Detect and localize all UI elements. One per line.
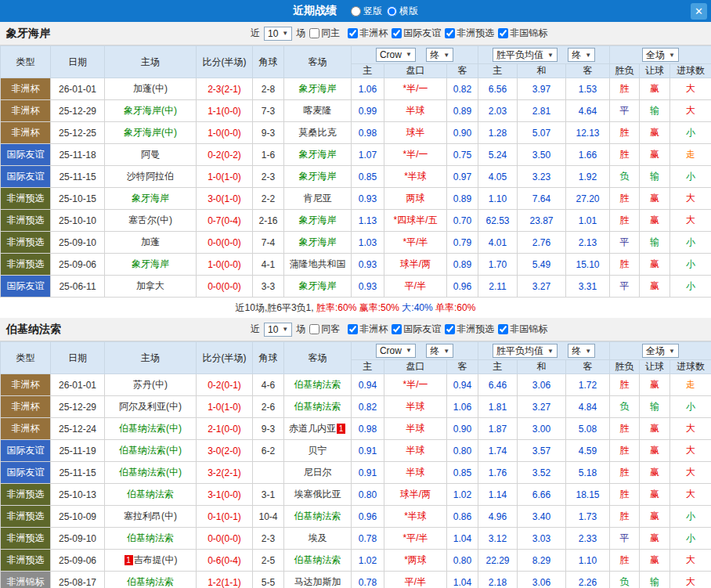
avg-odds-select[interactable]: 胜平负均值▼: [493, 48, 558, 62]
match-score[interactable]: 3-1(0-0): [197, 484, 253, 506]
competition-filter-checkbox[interactable]: 国际友谊: [392, 323, 441, 336]
competition-filter-checkbox[interactable]: 国际友谊: [392, 27, 441, 40]
away-team[interactable]: 象牙海岸: [284, 144, 352, 166]
layout-vertical-option[interactable]: 竖版: [351, 5, 382, 18]
home-team[interactable]: 伯基纳法索(中): [105, 418, 197, 440]
match-score[interactable]: 0-6(0-4): [197, 550, 253, 572]
away-team[interactable]: 象牙海岸: [284, 166, 352, 188]
home-team[interactable]: 象牙海岸(中): [105, 122, 197, 144]
match-score[interactable]: 2-3(2-1): [197, 78, 253, 100]
away-team[interactable]: 象牙海岸: [284, 276, 352, 298]
away-team[interactable]: 埃及: [284, 528, 352, 550]
layout-vertical-radio[interactable]: [351, 6, 361, 16]
match-score[interactable]: 0-0(0-0): [197, 528, 253, 550]
layout-horizontal-option[interactable]: 横版: [387, 5, 418, 18]
home-team[interactable]: 加拿大: [105, 276, 197, 298]
result-goals: 大: [670, 210, 711, 232]
home-team[interactable]: 塞拉利昂(中): [105, 506, 197, 528]
away-team[interactable]: 伯基纳法索: [284, 374, 352, 396]
checkbox[interactable]: [498, 28, 508, 38]
final-avg-select[interactable]: 终▼: [568, 48, 595, 62]
competition-filter-checkbox[interactable]: 非洲杯: [348, 323, 388, 336]
away-team[interactable]: 象牙海岸: [284, 232, 352, 254]
checkbox[interactable]: [309, 28, 319, 38]
match-score[interactable]: 3-0(1-0): [197, 188, 253, 210]
checkbox[interactable]: [498, 324, 508, 334]
match-score[interactable]: 1-0(1-0): [197, 396, 253, 418]
match-score[interactable]: 1-2(1-1): [197, 572, 253, 588]
home-team[interactable]: 苏丹(中): [105, 374, 197, 396]
away-team[interactable]: 莫桑比克: [284, 122, 352, 144]
same-venue-checkbox[interactable]: 同客: [309, 323, 340, 336]
checkbox[interactable]: [392, 324, 402, 334]
avg-win: 6.56: [478, 78, 518, 100]
checkbox[interactable]: [392, 28, 402, 38]
home-team[interactable]: 加蓬: [105, 232, 197, 254]
match-score[interactable]: 3-0(2-0): [197, 440, 253, 462]
home-team[interactable]: 阿曼: [105, 144, 197, 166]
bookmaker-select[interactable]: Crow▼: [376, 48, 416, 62]
away-team[interactable]: 肯尼亚: [284, 188, 352, 210]
recent-count-select[interactable]: 10 ▼: [264, 323, 292, 337]
final-avg-select[interactable]: 终▼: [568, 344, 595, 358]
match-score[interactable]: 1-0(1-0): [197, 166, 253, 188]
home-team[interactable]: 伯基纳法索(中): [105, 462, 197, 484]
scope-select[interactable]: 全场▼: [642, 344, 679, 358]
match-score[interactable]: 1-0(0-0): [197, 254, 253, 276]
home-team[interactable]: 阿尔及利亚(中): [105, 396, 197, 418]
away-team[interactable]: 马达加斯加: [284, 572, 352, 588]
home-team[interactable]: 象牙海岸(中): [105, 100, 197, 122]
match-score[interactable]: 1-0(0-0): [197, 122, 253, 144]
match-score[interactable]: 0-7(0-4): [197, 210, 253, 232]
away-team[interactable]: 蒲隆地共和国: [284, 254, 352, 276]
final-odds-select[interactable]: 终▼: [426, 48, 453, 62]
avg-odds-select[interactable]: 胜平负均值▼: [493, 344, 558, 358]
match-score[interactable]: 0-1(0-1): [197, 506, 253, 528]
home-team[interactable]: 象牙海岸: [105, 188, 197, 210]
layout-horizontal-radio[interactable]: [387, 6, 397, 16]
match-score[interactable]: 0-0(0-0): [197, 276, 253, 298]
checkbox[interactable]: [348, 324, 358, 334]
recent-count-select[interactable]: 10 ▼: [264, 27, 292, 41]
checkbox[interactable]: [309, 324, 319, 334]
away-team[interactable]: 尼日尔: [284, 462, 352, 484]
home-team[interactable]: 象牙海岸: [105, 254, 197, 276]
home-team[interactable]: 伯基纳法索: [105, 572, 197, 588]
away-team[interactable]: 伯基纳法索: [284, 506, 352, 528]
competition-filter-checkbox[interactable]: 非洲杯: [348, 27, 388, 40]
away-team[interactable]: 象牙海岸: [284, 210, 352, 232]
checkbox[interactable]: [445, 28, 455, 38]
match-score[interactable]: 0-0(0-0): [197, 232, 253, 254]
home-team[interactable]: 1吉布提(中): [105, 550, 197, 572]
away-team[interactable]: 伯基纳法索: [284, 550, 352, 572]
match-score[interactable]: 0-2(0-1): [197, 374, 253, 396]
bookmaker-select[interactable]: Crow▼: [376, 344, 416, 358]
home-team[interactable]: 伯基纳法索(中): [105, 440, 197, 462]
match-score[interactable]: 2-1(0-0): [197, 418, 253, 440]
home-team[interactable]: 伯基纳法索: [105, 528, 197, 550]
away-team[interactable]: 赤道几内亚1: [284, 418, 352, 440]
final-odds-select[interactable]: 终▼: [426, 344, 453, 358]
checkbox[interactable]: [348, 28, 358, 38]
same-venue-checkbox[interactable]: 同主: [309, 27, 340, 40]
competition-filter-checkbox[interactable]: 非国锦标: [498, 323, 547, 336]
home-team[interactable]: 塞舌尔(中): [105, 210, 197, 232]
close-button[interactable]: ✕: [691, 3, 707, 20]
home-team[interactable]: 加蓬(中): [105, 78, 197, 100]
match-row: 非洲锦标 25-08-17 伯基纳法索 1-2(1-1) 5-5 马达加斯加 0…: [1, 572, 711, 588]
competition-filter-checkbox[interactable]: 非洲预选: [445, 323, 494, 336]
competition-filter-checkbox[interactable]: 非国锦标: [498, 27, 547, 40]
match-score[interactable]: 1-1(0-0): [197, 100, 253, 122]
checkbox[interactable]: [445, 324, 455, 334]
away-team[interactable]: 伯基纳法索: [284, 396, 352, 418]
match-score[interactable]: 0-2(0-2): [197, 144, 253, 166]
away-team[interactable]: 喀麦隆: [284, 100, 352, 122]
home-team[interactable]: 伯基纳法索: [105, 484, 197, 506]
scope-select[interactable]: 全场▼: [642, 48, 679, 62]
away-team[interactable]: 贝宁: [284, 440, 352, 462]
home-team[interactable]: 沙特阿拉伯: [105, 166, 197, 188]
match-score[interactable]: 3-2(2-1): [197, 462, 253, 484]
competition-filter-checkbox[interactable]: 非洲预选: [445, 27, 494, 40]
away-team[interactable]: 埃塞俄比亚: [284, 484, 352, 506]
away-team[interactable]: 象牙海岸: [284, 78, 352, 100]
